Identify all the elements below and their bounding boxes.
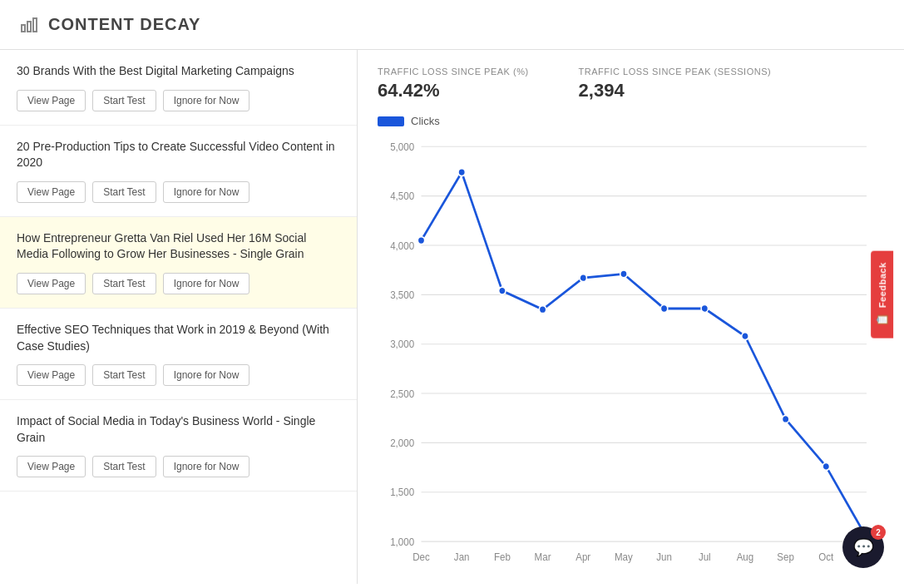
svg-text:May: May xyxy=(615,551,633,563)
feedback-button[interactable]: 📋 Feedback xyxy=(871,250,893,338)
page-header: CONTENT DECAY xyxy=(0,0,904,50)
main-content: 30 Brands With the Best Digital Marketin… xyxy=(0,50,904,584)
svg-rect-2 xyxy=(33,18,37,32)
view-page-button[interactable]: View Page xyxy=(17,456,86,477)
article-item: 30 Brands With the Best Digital Marketin… xyxy=(0,50,357,126)
view-page-button[interactable]: View Page xyxy=(17,181,86,203)
chart-bar-icon xyxy=(20,13,40,36)
svg-point-41 xyxy=(742,333,748,340)
article-buttons: View Page Start Test Ignore for Now xyxy=(17,456,340,477)
ignore-for-now-button[interactable]: Ignore for Now xyxy=(163,364,250,386)
svg-text:1,000: 1,000 xyxy=(390,536,414,548)
article-title: How Entrepreneur Gretta Van Riel Used He… xyxy=(17,230,340,263)
stats-row: TRAFFIC LOSS SINCE PEAK (%) 64.42% TRAFF… xyxy=(378,67,884,101)
legend-color-swatch xyxy=(378,116,404,126)
line-chart: 5,0004,5004,0003,5003,0002,5002,0001,500… xyxy=(378,137,884,570)
article-title: 30 Brands With the Best Digital Marketin… xyxy=(17,63,340,80)
svg-text:Jan: Jan xyxy=(454,551,470,563)
svg-text:5,000: 5,000 xyxy=(390,141,414,153)
svg-text:4,000: 4,000 xyxy=(390,240,414,252)
article-item: 20 Pre-Production Tips to Create Success… xyxy=(0,126,357,217)
ignore-for-now-button[interactable]: Ignore for Now xyxy=(163,273,250,294)
article-buttons: View Page Start Test Ignore for Now xyxy=(17,364,340,386)
svg-text:3,000: 3,000 xyxy=(390,338,414,351)
article-item: Impact of Social Media in Today's Busine… xyxy=(0,400,357,492)
traffic-loss-sessions-label: TRAFFIC LOSS SINCE PEAK (sessions) xyxy=(579,67,772,77)
svg-text:Oct: Oct xyxy=(818,551,834,563)
svg-point-39 xyxy=(660,304,667,312)
svg-text:Feb: Feb xyxy=(494,551,511,563)
article-buttons: View Page Start Test Ignore for Now xyxy=(17,273,340,294)
svg-text:4,500: 4,500 xyxy=(390,190,414,203)
svg-text:2,500: 2,500 xyxy=(390,388,414,400)
ignore-for-now-button[interactable]: Ignore for Now xyxy=(163,181,250,203)
chart-svg: 5,0004,5004,0003,5003,0002,5002,0001,500… xyxy=(378,137,884,570)
svg-text:Aug: Aug xyxy=(737,551,754,563)
svg-point-35 xyxy=(499,287,506,294)
svg-point-40 xyxy=(701,304,708,312)
legend-label: Clicks xyxy=(411,115,440,127)
svg-text:1,500: 1,500 xyxy=(390,487,414,499)
svg-text:Dec: Dec xyxy=(412,551,430,563)
svg-text:2,000: 2,000 xyxy=(390,437,414,450)
view-page-button[interactable]: View Page xyxy=(17,364,86,386)
view-page-button[interactable]: View Page xyxy=(17,273,86,294)
article-title: 20 Pre-Production Tips to Create Success… xyxy=(17,139,340,171)
article-title: Impact of Social Media in Today's Busine… xyxy=(17,413,340,446)
feedback-label: Feedback xyxy=(877,262,887,308)
article-title: Effective SEO Techniques that Work in 20… xyxy=(17,322,340,354)
svg-text:Sep: Sep xyxy=(777,551,794,563)
svg-point-33 xyxy=(417,237,424,245)
svg-point-37 xyxy=(580,274,586,282)
chart-legend: Clicks xyxy=(378,115,884,127)
chart-panel: TRAFFIC LOSS SINCE PEAK (%) 64.42% TRAFF… xyxy=(358,50,904,584)
article-buttons: View Page Start Test Ignore for Now xyxy=(17,181,340,203)
traffic-loss-pct-label: TRAFFIC LOSS SINCE PEAK (%) xyxy=(378,67,529,77)
article-buttons: View Page Start Test Ignore for Now xyxy=(17,90,340,111)
ignore-for-now-button[interactable]: Ignore for Now xyxy=(163,456,250,477)
traffic-loss-sessions-block: TRAFFIC LOSS SINCE PEAK (sessions) 2,394 xyxy=(579,67,772,101)
article-item: How Entrepreneur Gretta Van Riel Used He… xyxy=(0,217,357,309)
svg-rect-1 xyxy=(27,22,31,32)
traffic-loss-pct-block: TRAFFIC LOSS SINCE PEAK (%) 64.42% xyxy=(378,67,529,101)
page-title: CONTENT DECAY xyxy=(48,15,200,34)
svg-text:3,500: 3,500 xyxy=(390,289,414,301)
feedback-icon: 📋 xyxy=(876,313,888,327)
svg-text:Jul: Jul xyxy=(699,551,711,563)
svg-point-36 xyxy=(539,306,546,314)
traffic-loss-pct-value: 64.42% xyxy=(378,80,529,101)
view-page-button[interactable]: View Page xyxy=(17,90,86,111)
svg-text:Apr: Apr xyxy=(575,551,590,563)
start-test-button[interactable]: Start Test xyxy=(92,273,156,294)
articles-panel: 30 Brands With the Best Digital Marketin… xyxy=(0,50,358,584)
chat-button[interactable]: 💬 2 xyxy=(842,526,884,568)
start-test-button[interactable]: Start Test xyxy=(92,364,156,386)
svg-rect-0 xyxy=(22,25,25,32)
start-test-button[interactable]: Start Test xyxy=(92,456,156,477)
ignore-for-now-button[interactable]: Ignore for Now xyxy=(163,90,250,111)
svg-point-43 xyxy=(822,462,829,470)
article-item: Effective SEO Techniques that Work in 20… xyxy=(0,309,357,400)
traffic-loss-sessions-value: 2,394 xyxy=(579,80,772,101)
svg-point-38 xyxy=(620,270,627,278)
start-test-button[interactable]: Start Test xyxy=(92,90,156,111)
svg-text:Mar: Mar xyxy=(535,551,551,563)
svg-point-42 xyxy=(782,415,788,422)
start-test-button[interactable]: Start Test xyxy=(92,181,156,203)
svg-point-34 xyxy=(458,169,465,176)
chat-badge: 2 xyxy=(871,525,886,540)
chat-icon: 💬 xyxy=(853,537,874,557)
svg-text:Jun: Jun xyxy=(656,551,672,563)
